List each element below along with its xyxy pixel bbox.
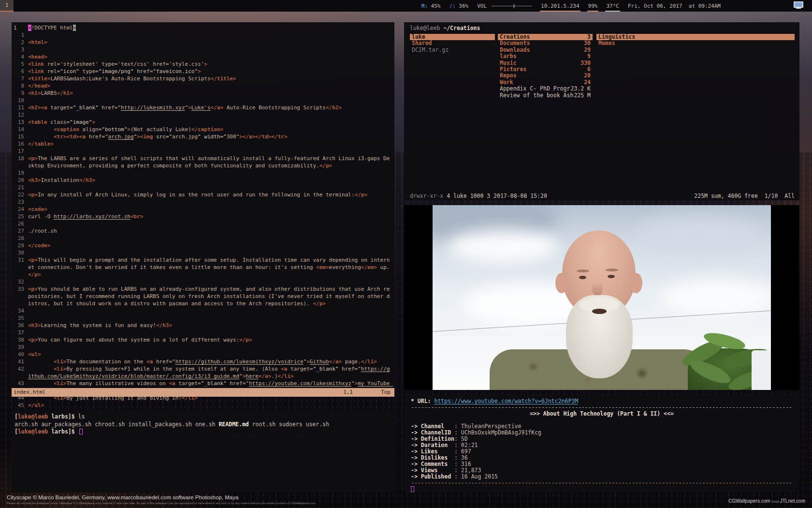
ranger-entry[interactable]: Work24 [498,79,593,86]
mpv-video-window[interactable] [404,205,799,390]
video-title: =>> About High Technology (Part I & II) … [411,411,793,417]
wallpaper-legal: Please do not post this wallpaper online… [7,502,316,505]
vim-scroll-indicator: Top [381,388,391,397]
ranger-entry[interactable]: Creations3 [498,34,593,40]
editor-line: 27./root.sh [14,227,392,235]
editor-line: 1<!DOCTYPE html> [14,24,392,31]
editor-line: 29</code> [14,242,392,249]
yt-field: -> Comments : 316 [411,461,793,467]
editor-line: 31<p>This will begin a prompt and the in… [14,256,392,278]
man-eye [579,276,586,279]
status-block: M: 45% [417,0,445,12]
editor-line: 12 [14,111,392,119]
editor-line: 42 <li>By pressing Super+F1 while in the… [14,365,392,380]
yt-field: -> Channel : ThuleanPerspective [411,423,793,430]
man-ear [555,273,568,293]
man-eyebrow [577,269,589,272]
ranger-entry[interactable]: Shared [410,40,495,46]
man-eye [608,275,615,278]
ranger-entry[interactable]: Pictures6 [498,66,593,73]
editor-line: 26 [14,220,392,227]
status-block: 37°C [602,0,624,12]
editor-line: 21 [14,184,392,191]
ranger-entry[interactable]: Appendix C- PhD Program.docx23.2 K [498,86,593,92]
ranger-entry[interactable]: Repos20 [498,73,593,79]
file-name: user.sh [306,421,329,428]
workspace-button[interactable]: 1 [0,0,14,12]
yt-field: -> Published : 16 Aug 2015 [411,474,793,480]
wallpaper-host-label: host [771,499,780,504]
ranger-window[interactable]: luke@leeb ~/Creations lukeSharedDCIM.tar… [404,22,799,200]
ranger-entry[interactable]: luke [410,34,495,40]
ranger-entry[interactable]: Linguistics [596,34,795,40]
editor-line: 9<h1>LARBS</h1> [14,90,392,97]
ranger-entry[interactable]: Music330 [498,60,593,66]
youtube-link[interactable]: https://www.youtube.com/watch?v=6Jntc2n6… [434,398,578,404]
editor-line: 23 [14,198,392,206]
vim-cursor-position: 1,1 [343,388,353,397]
video-info-terminal-window[interactable]: * URL: https://www.youtube.com/watch?v=6… [404,395,799,493]
vim-editor-window[interactable]: 1<!DOCTYPE html>12<html>34<head>5<link r… [12,22,394,397]
computer-tray-icon[interactable] [794,1,803,10]
ranger-entry[interactable]: Review of the book Ashtadhya~.mkv225 M [498,92,593,99]
editor-line: 16</table> [14,140,392,148]
shell-ls-output: arch.sh aur_packages.sh chroot.sh instal… [14,421,392,429]
cloud [447,229,558,263]
vim-statusline: index.html 1,1 Top [12,388,394,397]
editor-line: 22<p>In any install of Arch Linux, simpl… [14,191,392,198]
editor-line: 24<code> [14,206,392,213]
status-icon: M [421,3,425,9]
wallpaper-site: CGWallpapers.com [728,498,770,504]
file-name: README.md [218,421,248,428]
man-mouth [592,309,607,314]
file-name: arch.sh [14,421,38,428]
file-name: root.sh [252,421,276,428]
separator: ----------------------------------------… [411,480,793,486]
terminal-cursor[interactable] [411,486,414,492]
shell-prompt-line: [luke@leeb larbs]$ ls [14,413,392,421]
editor-line: 13<table class="image"> [14,119,392,126]
man-nose [592,282,603,296]
editor-line: 34 [14,307,392,314]
file-name: sudoers [279,421,302,428]
ranger-entry[interactable]: Downloads29 [498,47,593,53]
volume-label: VOL [477,3,487,9]
editor-line: 7<title>LARBS&mdash;Luke's Auto-Rice Boo… [14,75,392,82]
yt-field: -> ChannelID : UChBsOxskMpDmBAsgJ91fKcg [411,430,793,436]
editor-line: 18<p>The LARBS are a series of shell scr… [14,155,392,169]
editor-buffer[interactable]: 1<!DOCTYPE html>12<html>34<head>5<link r… [12,22,394,445]
ranger-entry[interactable]: Documents30 [498,40,593,46]
editor-line: 45</ul> [14,402,392,409]
editor-line: 33<p>You should be able to run LARBS on … [14,285,392,307]
shell-terminal-window[interactable]: [luke@leeb larbs]$ lsarch.sh aur_package… [12,410,394,493]
shell-prompt-line[interactable]: [luke@leeb larbs]$ [14,428,392,436]
man-eyebrow [606,269,618,271]
yt-url-line: * URL: https://www.youtube.com/watch?v=6… [411,398,793,404]
ranger-entry[interactable]: DCIM.tar.gz [410,47,495,53]
ranger-current-column: Creations3Documents30Downloads29larbs9Mu… [498,34,593,99]
editor-line: 25curl -O http://larbs.xyz/root.sh<br> [14,213,392,220]
yt-field: -> Likes : 697 [411,448,793,455]
editor-line: 40<ul> [14,351,392,358]
ranger-entry[interactable]: larbs9 [498,53,593,60]
status-icon: / [449,3,452,9]
ranger-parent-column: lukeSharedDCIM.tar.gz [410,34,495,99]
yt-field: -> Duration : 02:21 [411,442,793,448]
yt-field: -> Dislikes : 36 [411,455,793,461]
editor-line: 15 <tr><td><a href="arch.jpg"><img src="… [14,133,392,140]
ranger-path: ~/Creations [443,25,480,31]
video-frame[interactable] [433,205,771,390]
yt-field: -> Definition: SD [411,436,793,442]
ranger-entry[interactable]: Memes [596,40,795,46]
monitor-screen [794,1,803,8]
editor-line: 11<h2><a target="_blank" href="http://lu… [14,104,392,111]
editor-line: 30 [14,249,392,256]
editor-line: 2<html> [14,39,392,46]
volume-slider[interactable] [492,6,532,6]
wallpaper-host: JTLnet.com [780,498,805,504]
man-ear [630,273,642,293]
editor-line: 37 [14,329,392,336]
shell-command: ls [78,413,85,420]
editor-line: 41 <li>The documentation on the <a href=… [14,358,392,365]
file-name: aur_packages.sh [41,421,91,428]
